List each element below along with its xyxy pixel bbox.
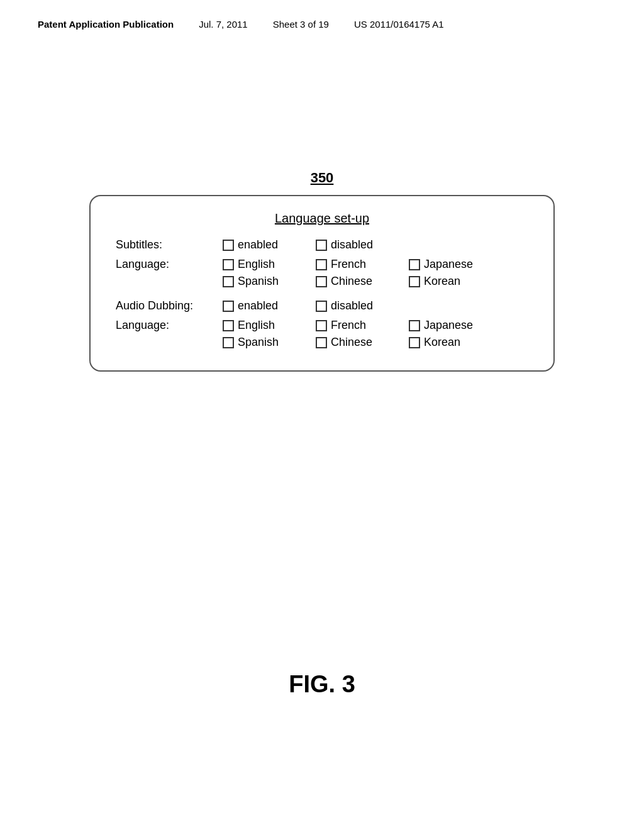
audio-japanese-label: Japanese bbox=[424, 319, 473, 332]
audio-spanish-option[interactable]: Spanish bbox=[223, 336, 311, 349]
subtitle-language-row-1: English French Japanese bbox=[223, 258, 497, 271]
audio-dubbing-row: Audio Dubbing: enabled disabled bbox=[116, 299, 528, 313]
subtitle-french-option[interactable]: French bbox=[316, 258, 404, 271]
patent-number: US 2011/0164175 A1 bbox=[354, 19, 444, 30]
subtitle-english-label: English bbox=[238, 258, 275, 271]
audio-spanish-label: Spanish bbox=[238, 336, 279, 349]
audio-korean-option[interactable]: Korean bbox=[409, 336, 497, 349]
subtitle-japanese-label: Japanese bbox=[424, 258, 473, 271]
audio-enabled-checkbox[interactable] bbox=[223, 301, 234, 312]
subtitles-row: Subtitles: enabled disabled bbox=[116, 238, 528, 252]
audio-english-checkbox[interactable] bbox=[223, 320, 234, 331]
audio-language-row-1: English French Japanese bbox=[223, 319, 497, 332]
subtitle-language-label: Language: bbox=[116, 258, 223, 271]
audio-french-label: French bbox=[331, 319, 366, 332]
subtitle-chinese-label: Chinese bbox=[331, 275, 372, 288]
audio-english-label: English bbox=[238, 319, 275, 332]
subtitle-spanish-option[interactable]: Spanish bbox=[223, 275, 311, 288]
subtitles-disabled-option[interactable]: disabled bbox=[316, 238, 404, 252]
subtitles-enabled-option[interactable]: enabled bbox=[223, 238, 311, 252]
audio-chinese-option[interactable]: Chinese bbox=[316, 336, 404, 349]
subtitle-english-option[interactable]: English bbox=[223, 258, 311, 271]
patent-sheet: Sheet 3 of 19 bbox=[273, 19, 329, 30]
audio-language-options: English French Japanese Spanish bbox=[223, 319, 497, 349]
audio-french-checkbox[interactable] bbox=[316, 320, 327, 331]
audio-dubbing-options: enabled disabled bbox=[223, 299, 404, 313]
subtitle-chinese-option[interactable]: Chinese bbox=[316, 275, 404, 288]
dialog-title: Language set-up bbox=[116, 211, 528, 226]
subtitle-french-checkbox[interactable] bbox=[316, 259, 327, 270]
audio-japanese-option[interactable]: Japanese bbox=[409, 319, 497, 332]
audio-chinese-checkbox[interactable] bbox=[316, 337, 327, 348]
subtitles-disabled-label: disabled bbox=[331, 238, 373, 252]
subtitle-chinese-checkbox[interactable] bbox=[316, 276, 327, 287]
subtitle-korean-checkbox[interactable] bbox=[409, 276, 420, 287]
audio-korean-label: Korean bbox=[424, 336, 460, 349]
subtitle-korean-option[interactable]: Korean bbox=[409, 275, 497, 288]
audio-disabled-option[interactable]: disabled bbox=[316, 299, 404, 313]
patent-date: Jul. 7, 2011 bbox=[199, 19, 248, 30]
subtitle-french-label: French bbox=[331, 258, 366, 271]
audio-disabled-checkbox[interactable] bbox=[316, 301, 327, 312]
audio-english-option[interactable]: English bbox=[223, 319, 311, 332]
subtitle-korean-label: Korean bbox=[424, 275, 460, 288]
subtitle-japanese-checkbox[interactable] bbox=[409, 259, 420, 270]
audio-korean-checkbox[interactable] bbox=[409, 337, 420, 348]
audio-enabled-label: enabled bbox=[238, 299, 278, 313]
subtitles-enabled-checkbox[interactable] bbox=[223, 240, 234, 251]
figure-label: 350 bbox=[311, 170, 334, 186]
subtitle-language-options: English French Japanese Spanish bbox=[223, 258, 497, 288]
fig-caption: FIG. 3 bbox=[289, 671, 355, 698]
audio-language-row: Language: English French Japanese bbox=[116, 319, 528, 349]
audio-language-label: Language: bbox=[116, 319, 223, 332]
audio-dubbing-label: Audio Dubbing: bbox=[116, 299, 223, 313]
subtitles-enabled-label: enabled bbox=[238, 238, 278, 252]
audio-disabled-label: disabled bbox=[331, 299, 373, 313]
subtitle-english-checkbox[interactable] bbox=[223, 259, 234, 270]
patent-title: Patent Application Publication bbox=[38, 19, 174, 30]
audio-french-option[interactable]: French bbox=[316, 319, 404, 332]
subtitles-options: enabled disabled bbox=[223, 238, 404, 252]
audio-spanish-checkbox[interactable] bbox=[223, 337, 234, 348]
header: Patent Application Publication Jul. 7, 2… bbox=[0, 0, 644, 30]
audio-dubbing-options-row: enabled disabled bbox=[223, 299, 404, 313]
audio-enabled-option[interactable]: enabled bbox=[223, 299, 311, 313]
audio-chinese-label: Chinese bbox=[331, 336, 372, 349]
audio-japanese-checkbox[interactable] bbox=[409, 320, 420, 331]
subtitles-options-row: enabled disabled bbox=[223, 238, 404, 252]
subtitles-label: Subtitles: bbox=[116, 238, 223, 252]
audio-language-row-2: Spanish Chinese Korean bbox=[223, 336, 497, 349]
subtitle-language-row-2: Spanish Chinese Korean bbox=[223, 275, 497, 288]
subtitle-spanish-checkbox[interactable] bbox=[223, 276, 234, 287]
subtitle-spanish-label: Spanish bbox=[238, 275, 279, 288]
subtitles-disabled-checkbox[interactable] bbox=[316, 240, 327, 251]
language-setup-dialog: Language set-up Subtitles: enabled disab… bbox=[89, 195, 555, 372]
subtitle-language-row: Language: English French Japanese bbox=[116, 258, 528, 288]
subtitle-japanese-option[interactable]: Japanese bbox=[409, 258, 497, 271]
